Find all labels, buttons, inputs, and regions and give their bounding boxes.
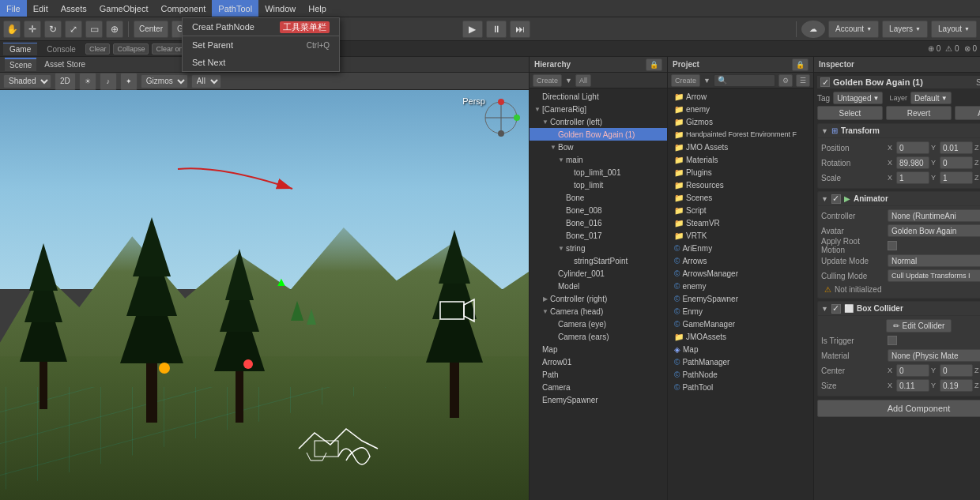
avatar-value[interactable]: Golden Bow Again <box>888 224 980 237</box>
menu-file[interactable]: File <box>0 0 27 17</box>
project-item[interactable]: ©enemy <box>668 280 813 292</box>
pos-x[interactable]: 0 <box>896 141 929 154</box>
rot-x[interactable]: 89.980 <box>896 156 929 169</box>
layers-dropdown[interactable]: Layers <box>882 21 928 38</box>
project-item[interactable]: 📁JMOAssets <box>668 330 813 343</box>
list-item[interactable]: ▼main <box>530 153 667 166</box>
project-lock-btn[interactable]: 🔒 <box>792 58 808 71</box>
effects-btn[interactable]: ✦ <box>120 73 138 90</box>
center-btn[interactable]: Center <box>134 21 168 38</box>
menu-set-next[interactable]: Set Next <box>183 54 339 71</box>
account-dropdown[interactable]: Account <box>828 21 879 38</box>
list-item[interactable]: ▶Controller (right) <box>530 292 667 305</box>
project-create-btn[interactable]: Create <box>671 74 700 87</box>
hand-tool-btn[interactable]: ✋ <box>3 21 21 38</box>
project-item[interactable]: ©Arrows <box>668 254 813 267</box>
size-x[interactable]: 0.11 <box>896 379 929 392</box>
step-btn[interactable]: ⏭ <box>510 21 530 38</box>
hierarchy-list[interactable]: Directional Light ▼[CameraRig] ▼Controll… <box>530 88 667 500</box>
project-item[interactable]: ◈Map <box>668 343 813 355</box>
project-item[interactable]: 📁Scenes <box>668 191 813 204</box>
list-item-path[interactable]: Path <box>530 368 667 381</box>
transform-tool-btn[interactable]: ⊕ <box>106 21 123 38</box>
play-btn[interactable]: ▶ <box>462 21 483 38</box>
project-list[interactable]: 📁Arrow 📁enemy 📁Gizmos 📁Handpainted Fores… <box>668 88 813 500</box>
project-layout-btn[interactable]: ☰ <box>796 74 810 87</box>
menu-edit[interactable]: Edit <box>27 0 55 17</box>
material-value[interactable]: None (Physic Mate <box>888 349 980 362</box>
project-item[interactable]: ©PathManager <box>668 355 813 368</box>
project-item[interactable]: 📁Gizmos <box>668 115 813 128</box>
tab-scene[interactable]: Scene <box>5 58 36 71</box>
project-item[interactable]: 📁Handpainted Forest Environment F <box>668 128 813 141</box>
list-item[interactable]: ▼[CameraRig] <box>530 103 667 115</box>
project-item[interactable]: 📁Script <box>668 204 813 216</box>
list-item[interactable]: Camera (ears) <box>530 330 667 343</box>
pos-y[interactable]: 0.01 <box>940 141 973 154</box>
animator-enabled-checkbox[interactable]: ✓ <box>831 194 841 204</box>
menu-set-parent[interactable]: Set Parent Ctrl+Q <box>183 36 339 54</box>
list-item[interactable]: Camera <box>530 381 667 393</box>
menu-help[interactable]: Help <box>302 0 333 17</box>
lighting-btn[interactable]: ☀ <box>79 73 96 90</box>
center-y[interactable]: 0 <box>940 364 973 377</box>
layer-dropdown[interactable]: Default ▼ <box>910 92 952 104</box>
project-item[interactable]: ©AriEnmy <box>668 242 813 254</box>
list-item[interactable]: Bone_008 <box>530 204 667 216</box>
hierarchy-all-btn[interactable]: All <box>575 74 591 87</box>
list-item[interactable]: ▼string <box>530 242 667 254</box>
menu-create-pathnode[interactable]: Creat PathNode 工具菜单栏 <box>183 18 339 36</box>
collapse-btn[interactable]: Collapse <box>113 43 149 55</box>
object-active-checkbox[interactable]: ✓ <box>820 77 830 87</box>
rot-y[interactable]: 0 <box>940 156 973 169</box>
scene-viewport[interactable]: ▲ Persp <box>0 90 529 500</box>
animator-header[interactable]: ▼ ✓ ▶ Animator ⚙ <box>818 192 980 206</box>
project-item[interactable]: 📁VRTK <box>668 229 813 242</box>
scale-y[interactable]: 1 <box>940 171 973 184</box>
project-item[interactable]: ©GameManager <box>668 318 813 330</box>
culling-mode-value[interactable]: Cull Update Transforms I ▼ <box>888 269 980 282</box>
list-item[interactable]: top_limit <box>530 179 667 191</box>
menu-gameobject[interactable]: GameObject <box>93 0 155 17</box>
2d-btn[interactable]: 2D <box>55 73 76 90</box>
apply-root-motion-checkbox[interactable] <box>888 241 897 250</box>
edit-collider-btn[interactable]: ✏ Edit Collider <box>886 319 952 333</box>
list-item[interactable]: ▼Bow <box>530 141 667 153</box>
audio-btn[interactable]: ♪ <box>100 73 117 90</box>
list-item[interactable]: Bone_017 <box>530 229 667 242</box>
account-icon[interactable]: ☁ <box>801 21 825 38</box>
layout-dropdown[interactable]: Layout <box>931 21 977 38</box>
menu-pathtool[interactable]: PathTool <box>212 0 258 17</box>
list-item[interactable]: EnemySpawner <box>530 393 667 406</box>
transform-header[interactable]: ▼ ⊞ Transform ⚙ <box>818 124 980 138</box>
center-x[interactable]: 0 <box>896 364 929 377</box>
menu-assets[interactable]: Assets <box>55 0 93 17</box>
project-item[interactable]: ©PathTool <box>668 381 813 393</box>
pause-btn[interactable]: ⏸ <box>486 21 507 38</box>
project-item[interactable]: 📁Materials <box>668 153 813 166</box>
shaded-select[interactable]: Shaded <box>3 74 51 88</box>
rect-tool-btn[interactable]: ▭ <box>85 21 103 38</box>
list-item[interactable]: Model <box>530 280 667 292</box>
list-item[interactable]: top_limit_001 <box>530 166 667 179</box>
scale-x[interactable]: 1 <box>896 171 929 184</box>
project-item[interactable]: 📁SteamVR <box>668 216 813 229</box>
rotate-tool-btn[interactable]: ↻ <box>44 21 62 38</box>
list-item[interactable]: Directional Light <box>530 90 667 103</box>
tab-game[interactable]: Game <box>3 43 37 55</box>
scale-tool-btn[interactable]: ⤢ <box>65 21 82 38</box>
project-item[interactable]: 📁Arrow <box>668 90 813 103</box>
project-item[interactable]: ©PathNode <box>668 368 813 381</box>
tab-asset-store[interactable]: Asset Store <box>40 58 90 70</box>
list-item[interactable]: stringStartPoint <box>530 254 667 267</box>
project-item[interactable]: 📁JMO Assets <box>668 141 813 153</box>
list-item[interactable]: Map <box>530 343 667 355</box>
gizmos-select[interactable]: Gizmos <box>141 74 188 88</box>
box-collider-header[interactable]: ▼ ✓ ⬜ Box Collider ⚙ <box>818 302 980 316</box>
list-item[interactable]: Camera (eye) <box>530 318 667 330</box>
size-y[interactable]: 0.19 <box>940 379 973 392</box>
box-collider-enabled-checkbox[interactable]: ✓ <box>831 304 841 314</box>
project-item[interactable]: 📁enemy <box>668 103 813 115</box>
project-item[interactable]: 📁Plugins <box>668 166 813 179</box>
list-item[interactable]: Arrow01 <box>530 355 667 368</box>
